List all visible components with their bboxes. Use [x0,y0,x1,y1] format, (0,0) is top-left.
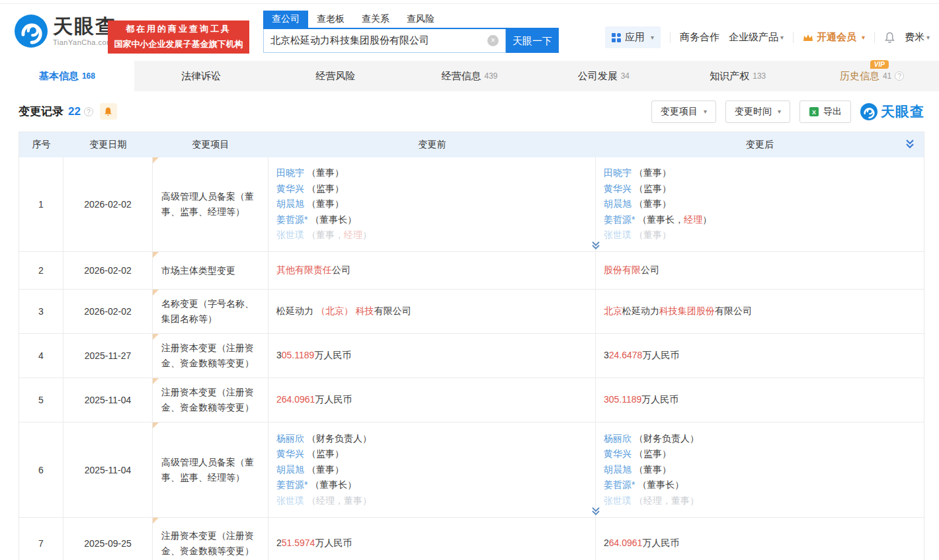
value-after: 264.0961万人民币 [596,518,924,560]
value-after: 324.6478万人民币 [596,334,924,378]
value-line: 胡晨旭 （董事） [276,196,587,212]
value-line: 张世璞 （董事） [604,227,916,243]
tab-历史信息[interactable]: 历史信息VIP41? [805,61,939,91]
nav-cooperation[interactable]: 商务合作 [680,31,719,44]
person-link[interactable]: 姜哲源* [276,479,307,490]
text-segment: 股份有限 [604,264,641,275]
tab-经营风险[interactable]: 经营风险 [268,61,403,91]
person-link[interactable]: 胡晨旭 [276,198,304,209]
person-link[interactable]: 黄华兴 [604,448,632,459]
search-tab-查老板[interactable]: 查老板 [308,11,353,28]
person-link[interactable]: 姜哲源* [604,214,635,225]
text-segment: 51.5974 [282,538,315,548]
person-link[interactable]: 黄华兴 [604,183,632,194]
text-segment: 松延动力 [622,305,659,316]
subscribe-bell-button[interactable] [100,103,117,120]
person-link[interactable]: 黄华兴 [276,183,304,194]
text-segment: （经理，董事） [632,495,699,506]
col-header-before: 变更前 [268,139,596,151]
person-link[interactable]: 杨丽欣 [276,433,304,444]
filter-change-time-button[interactable]: 变更时间 ▾ [725,100,790,123]
person-link[interactable]: 张世璞 [604,495,632,506]
value-line: 305.1189万人民币 [276,348,587,364]
expand-row-icon[interactable] [591,506,601,516]
person-link[interactable]: 田晓宇 [604,167,632,178]
value-before: 251.5974万人民币 [268,518,596,560]
tab-知识产权[interactable]: 知识产权133 [671,61,805,91]
row-number: 3 [19,290,63,333]
change-date: 2026-02-02 [63,290,153,333]
text-segment: （董事长） [635,479,684,490]
nav-open-vip[interactable]: 开通会员 ▾ [803,31,865,44]
filter-change-item-button[interactable]: 变更项目 ▾ [651,100,716,123]
person-link[interactable]: 胡晨旭 [604,464,632,475]
search-button[interactable]: 天眼一下 [506,29,559,53]
person-link[interactable]: 张世璞 [276,229,304,240]
logo-text: 天眼查 TianYanCha.com [53,17,116,46]
nav-enterprise[interactable]: 企业级产品 ▾ [729,31,784,44]
tab-label: 公司发展 [578,70,618,81]
change-item: 高级管理人员备案（董事、监事、经理等） [153,422,268,517]
value-line: 张世璞 （经理，董事） [604,493,916,509]
company-section-tabs: 基本信息168法律诉讼经营风险经营信息439公司发展34知识产权133历史信息V… [0,61,939,91]
tianyancha-logo[interactable]: 天眼查 TianYanCha.com [15,15,116,48]
person-link[interactable]: 杨丽欣 [604,433,632,444]
value-line: 杨丽欣 （财务负责人） [604,431,916,447]
value-line: 北京松延动力科技集团股份有限公司 [604,303,916,319]
search-tab-查公司[interactable]: 查公司 [263,11,308,28]
text-segment: 万人民币 [315,538,352,548]
search-input[interactable] [264,29,505,52]
person-link[interactable]: 姜哲源* [604,479,635,490]
change-item-label: 高级管理人员备案（董事、监事、经理等） [161,455,260,485]
notification-bell-icon[interactable] [884,32,895,44]
text-segment: （监事） [632,448,671,459]
vip-badge: VIP [870,60,889,69]
tab-法律诉讼[interactable]: 法律诉讼 [134,61,268,91]
text-segment: （董事） [304,167,344,178]
tab-count: 41 [883,71,891,81]
apps-grid-icon [612,33,621,42]
row-number: 1 [19,157,63,251]
nav-open-vip-label: 开通会员 [817,31,856,44]
value-after: 田晓宇 （董事）黄华兴 （监事）胡晨旭 （董事）姜哲源* （董事长，经理）张世璞… [596,157,924,251]
tianyancha-logo-icon [860,103,878,120]
table-row: 62025-11-04高级管理人员备案（董事、监事、经理等）杨丽欣 （财务负责人… [19,422,924,517]
person-link[interactable]: 胡晨旭 [604,198,632,209]
clear-search-icon[interactable]: × [487,35,499,46]
expand-row-icon[interactable] [591,241,601,251]
row-number: 5 [19,378,63,422]
collapse-all-icon[interactable] [904,138,916,154]
search-tab-查风险[interactable]: 查风险 [398,11,443,28]
nav-user[interactable]: 费米 ▾ [905,31,930,44]
text-segment: （董事） [632,167,671,178]
row-number: 2 [19,252,63,289]
help-icon[interactable]: ? [895,71,904,81]
help-icon[interactable]: ? [84,107,93,116]
nav-apps[interactable]: 应用 ▾ [605,26,661,48]
export-button[interactable]: X 导出 [799,100,851,123]
value-after: 杨丽欣 （财务负责人）黄华兴 （监事）胡晨旭 （董事）姜哲源* （董事长）张世璞… [596,422,924,517]
change-date: 2025-11-04 [63,422,153,517]
tab-基本信息[interactable]: 基本信息168 [0,61,134,91]
tab-label: 经营信息 [441,70,481,81]
search-tab-查关系[interactable]: 查关系 [353,11,398,28]
person-link[interactable]: 胡晨旭 [276,464,304,475]
tianyancha-logo-icon [15,15,48,48]
tab-公司发展[interactable]: 公司发展34 [536,61,671,91]
change-item: 名称变更（字号名称、集团名称等） [153,290,268,333]
person-link[interactable]: 田晓宇 [276,167,304,178]
value-line: 胡晨旭 （董事） [604,196,916,212]
text-segment: 万人民币 [641,394,678,405]
text-segment: （董事） [632,464,671,475]
person-link[interactable]: 张世璞 [276,495,304,506]
table-row: 22026-02-02市场主体类型变更其他有限责任公司股份有限公司 [19,251,924,289]
person-link[interactable]: 张世璞 [604,229,632,240]
person-link[interactable]: 姜哲源* [276,214,307,225]
person-link[interactable]: 黄华兴 [276,448,304,459]
text-segment: （董事长） [307,214,356,225]
nav-user-label: 费米 [905,31,924,44]
tab-label: 历史信息 [840,70,879,81]
tab-经营信息[interactable]: 经营信息439 [403,61,537,91]
value-line: 胡晨旭 （董事） [604,462,916,478]
tab-label: 法律诉讼 [181,70,221,81]
